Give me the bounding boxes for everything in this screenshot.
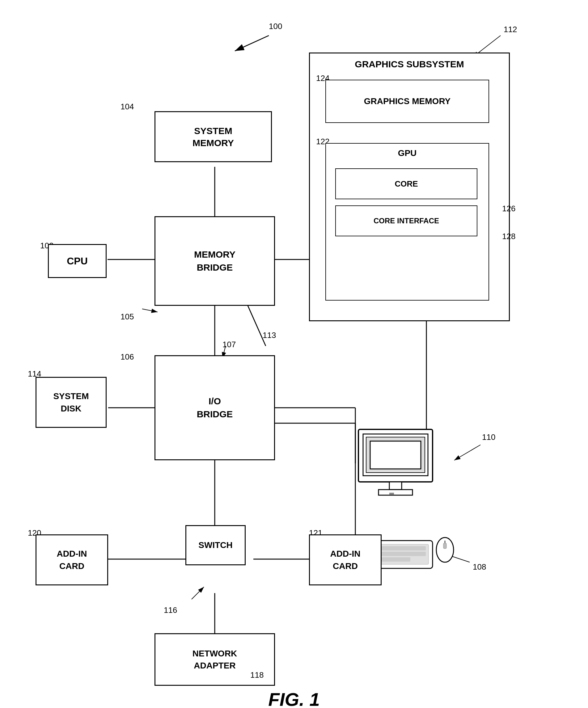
core-interface-box: CORE INTERFACE (335, 205, 477, 236)
core-interface-label: CORE INTERFACE (374, 216, 439, 225)
ref-110: 110 (482, 433, 495, 442)
gpu-box: GPU CORE CORE INTERFACE (325, 143, 489, 300)
ref-107: 107 (223, 340, 236, 349)
ref-105: 105 (120, 312, 134, 322)
ref-100: 100 (269, 22, 282, 31)
switch-box: SWITCH (185, 525, 246, 565)
ref-106: 106 (120, 352, 134, 362)
svg-line-2 (235, 35, 269, 51)
svg-rect-35 (389, 482, 402, 490)
figure-caption: FIG. 1 (268, 689, 320, 689)
core-label: CORE (394, 179, 418, 189)
svg-line-25 (454, 445, 480, 460)
memory-bridge-box: MEMORY BRIDGE (154, 216, 275, 306)
ref-112: 112 (504, 25, 517, 34)
svg-rect-45 (443, 543, 446, 549)
system-memory-box: SYSTEM MEMORY (154, 111, 272, 162)
system-memory-label: SYSTEM MEMORY (193, 125, 234, 149)
cpu-label: CPU (67, 256, 88, 267)
svg-rect-37 (389, 493, 394, 495)
add-in-card-left-box: ADD-IN CARD (35, 534, 108, 585)
ref-126: 126 (502, 204, 516, 213)
svg-rect-34 (370, 441, 421, 469)
svg-line-27 (192, 587, 204, 599)
graphics-memory-label: GRAPHICS MEMORY (364, 96, 451, 106)
ref-116: 116 (164, 606, 177, 615)
core-box: CORE (335, 168, 477, 199)
graphics-subsystem-box: GRAPHICS SUBSYSTEM 124 GRAPHICS MEMORY 1… (309, 53, 510, 321)
switch-label: SWITCH (198, 540, 232, 550)
svg-rect-36 (379, 490, 412, 495)
ref-128: 128 (502, 232, 516, 241)
add-in-card-right-box: ADD-IN CARD (309, 534, 382, 585)
gpu-label: GPU (398, 148, 417, 158)
graphics-subsystem-label: GRAPHICS SUBSYSTEM (355, 59, 464, 69)
system-disk-box: SYSTEM DISK (35, 377, 107, 428)
ref-118: 118 (250, 670, 264, 680)
system-disk-label: SYSTEM DISK (53, 390, 89, 414)
add-in-card-right-label: ADD-IN CARD (330, 548, 360, 572)
svg-line-29 (142, 309, 157, 312)
monitor-icon (355, 426, 442, 500)
ref-104: 104 (120, 102, 134, 112)
io-bridge-box: I/O BRIDGE (154, 355, 275, 460)
io-bridge-label: I/O BRIDGE (197, 395, 233, 421)
ref-108: 108 (473, 562, 486, 572)
ref-113: 113 (263, 330, 276, 340)
diagram-container: 100 112 GRAPHICS SUBSYSTEM 124 GRAPHICS … (0, 0, 588, 708)
add-in-card-left-label: ADD-IN CARD (57, 548, 87, 572)
network-adapter-label: NETWORK ADAPTER (193, 647, 237, 672)
graphics-memory-box: GRAPHICS MEMORY (325, 80, 489, 123)
memory-bridge-label: MEMORY BRIDGE (194, 248, 235, 274)
cpu-box: CPU (48, 244, 107, 278)
